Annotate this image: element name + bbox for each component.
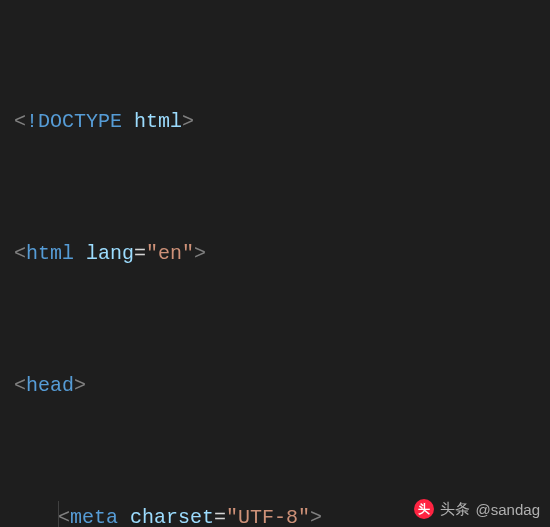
code-editor[interactable]: <!DOCTYPE html> <html lang="en"> <head> … <box>0 0 550 527</box>
code-line-head-open: <head> <box>14 369 550 402</box>
watermark-handle: @sandag <box>476 501 540 518</box>
code-line-doctype: <!DOCTYPE html> <box>14 105 550 138</box>
watermark-prefix: 头条 <box>440 500 470 519</box>
watermark: 头 头条 @sandag <box>414 499 540 519</box>
code-line-html-open: <html lang="en"> <box>14 237 550 270</box>
toutiao-logo-icon: 头 <box>414 499 434 519</box>
